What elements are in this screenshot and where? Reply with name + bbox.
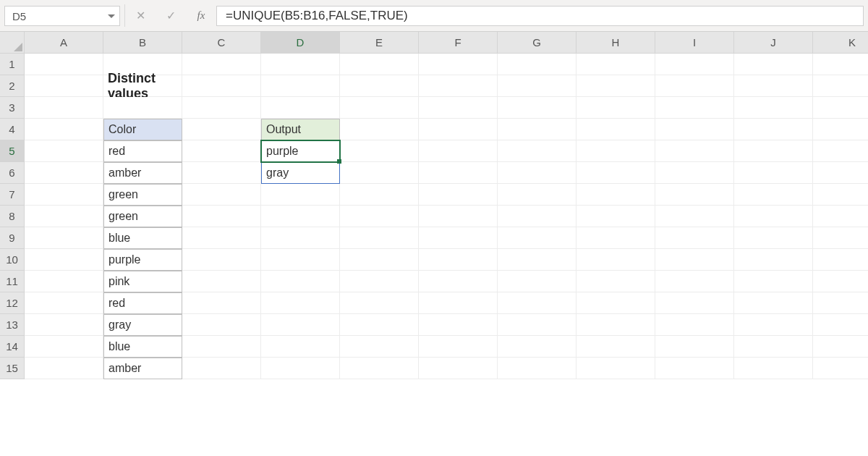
cell-H5[interactable] [576,140,655,162]
row-header-6[interactable]: 6 [0,162,25,184]
cell-A14[interactable] [25,336,103,358]
cell-H1[interactable] [576,54,655,75]
cell-D11[interactable] [261,271,340,292]
row-header-15[interactable]: 15 [0,358,25,379]
row-header-9[interactable]: 9 [0,227,25,249]
column-header-D[interactable]: D [261,32,340,54]
cell-K7[interactable] [813,184,868,206]
cell-A5[interactable] [25,140,103,162]
cell-I1[interactable] [655,54,734,75]
cell-I12[interactable] [655,292,734,314]
cell-H4[interactable] [576,119,655,140]
cell-E4[interactable] [340,119,419,140]
cell-B8[interactable]: green [103,206,182,227]
cell-H15[interactable] [576,358,655,379]
cell-E8[interactable] [340,206,419,227]
cell-F7[interactable] [419,184,498,206]
cell-F14[interactable] [419,336,498,358]
column-header-F[interactable]: F [419,32,498,54]
cell-A3[interactable] [25,97,103,119]
column-header-C[interactable]: C [182,32,261,54]
cell-B3[interactable] [103,97,182,119]
row-header-1[interactable]: 1 [0,54,25,75]
cell-H9[interactable] [576,227,655,249]
cell-B2[interactable]: Distinct values [103,75,182,97]
cell-E11[interactable] [340,271,419,292]
cell-E13[interactable] [340,314,419,336]
cell-G13[interactable] [498,314,576,336]
cell-B13[interactable]: gray [103,314,182,336]
cell-J11[interactable] [734,271,813,292]
cell-E15[interactable] [340,358,419,379]
cell-G5[interactable] [498,140,576,162]
cell-F10[interactable] [419,249,498,271]
cell-A12[interactable] [25,292,103,314]
cell-F8[interactable] [419,206,498,227]
fx-button[interactable]: fx [193,8,209,24]
cell-D9[interactable] [261,227,340,249]
column-header-G[interactable]: G [498,32,576,54]
cell-H8[interactable] [576,206,655,227]
cell-D5[interactable]: purple [261,140,340,162]
cell-C6[interactable] [182,162,261,184]
cell-D8[interactable] [261,206,340,227]
cell-J13[interactable] [734,314,813,336]
cell-A9[interactable] [25,227,103,249]
cell-A6[interactable] [25,162,103,184]
cell-C2[interactable] [182,75,261,97]
cell-D4[interactable]: Output [261,119,340,140]
cell-A2[interactable] [25,75,103,97]
cell-J3[interactable] [734,97,813,119]
cell-J2[interactable] [734,75,813,97]
row-header-2[interactable]: 2 [0,75,25,97]
cell-J5[interactable] [734,140,813,162]
cell-B11[interactable]: pink [103,271,182,292]
cell-A1[interactable] [25,54,103,75]
cell-E7[interactable] [340,184,419,206]
cell-I15[interactable] [655,358,734,379]
cell-B12[interactable]: red [103,292,182,314]
cell-F11[interactable] [419,271,498,292]
cell-J14[interactable] [734,336,813,358]
cell-C3[interactable] [182,97,261,119]
cell-G11[interactable] [498,271,576,292]
cell-D1[interactable] [261,54,340,75]
cell-J7[interactable] [734,184,813,206]
cell-C4[interactable] [182,119,261,140]
cell-C5[interactable] [182,140,261,162]
cell-D13[interactable] [261,314,340,336]
cell-I4[interactable] [655,119,734,140]
cell-I13[interactable] [655,314,734,336]
cell-G9[interactable] [498,227,576,249]
cell-E14[interactable] [340,336,419,358]
cell-D2[interactable] [261,75,340,97]
cell-D10[interactable] [261,249,340,271]
cell-K6[interactable] [813,162,868,184]
cell-A7[interactable] [25,184,103,206]
cell-K10[interactable] [813,249,868,271]
cell-D15[interactable] [261,358,340,379]
cell-F3[interactable] [419,97,498,119]
cell-I8[interactable] [655,206,734,227]
cell-D14[interactable] [261,336,340,358]
cell-I10[interactable] [655,249,734,271]
row-header-3[interactable]: 3 [0,97,25,119]
cell-J6[interactable] [734,162,813,184]
column-header-A[interactable]: A [25,32,103,54]
cell-C1[interactable] [182,54,261,75]
cell-F15[interactable] [419,358,498,379]
cell-C12[interactable] [182,292,261,314]
cell-B4[interactable]: Color [103,119,182,140]
cell-F6[interactable] [419,162,498,184]
cell-H6[interactable] [576,162,655,184]
cell-C9[interactable] [182,227,261,249]
column-header-K[interactable]: K [813,32,868,54]
cell-G15[interactable] [498,358,576,379]
cell-E1[interactable] [340,54,419,75]
cell-H11[interactable] [576,271,655,292]
cell-A10[interactable] [25,249,103,271]
cell-A15[interactable] [25,358,103,379]
column-header-H[interactable]: H [576,32,655,54]
cell-F12[interactable] [419,292,498,314]
cell-B6[interactable]: amber [103,162,182,184]
